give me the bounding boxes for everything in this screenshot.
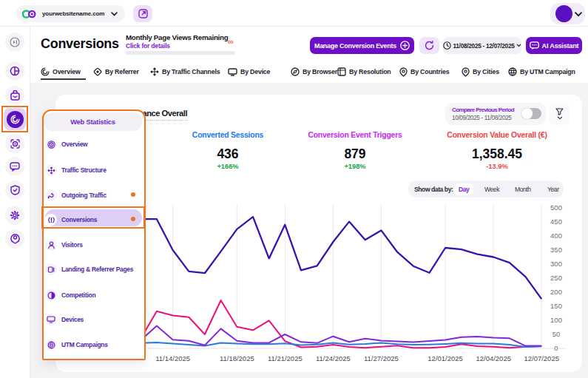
svg-text:12/04/2025: 12/04/2025: [476, 354, 511, 362]
svg-text:11/14/2025: 11/14/2025: [155, 354, 190, 362]
svg-text:150: 150: [550, 302, 562, 310]
svg-text:12/01/2025: 12/01/2025: [428, 354, 463, 362]
svg-text:200: 200: [550, 288, 562, 296]
svg-text:450: 450: [550, 217, 562, 226]
svg-text:300: 300: [550, 260, 562, 268]
svg-text:12/07/2025: 12/07/2025: [524, 354, 559, 362]
svg-text:100: 100: [550, 316, 562, 324]
svg-text:11/21/2025: 11/21/2025: [268, 354, 303, 362]
svg-text:400: 400: [550, 232, 562, 240]
svg-text:250: 250: [550, 274, 562, 282]
svg-text:500: 500: [550, 203, 562, 212]
svg-text:350: 350: [550, 246, 562, 254]
svg-text:11/27/2025: 11/27/2025: [364, 354, 399, 362]
svg-text:0: 0: [554, 344, 558, 352]
svg-text:11/18/2025: 11/18/2025: [220, 354, 254, 362]
svg-text:11/24/2025: 11/24/2025: [316, 354, 351, 362]
svg-text:50: 50: [552, 330, 561, 338]
